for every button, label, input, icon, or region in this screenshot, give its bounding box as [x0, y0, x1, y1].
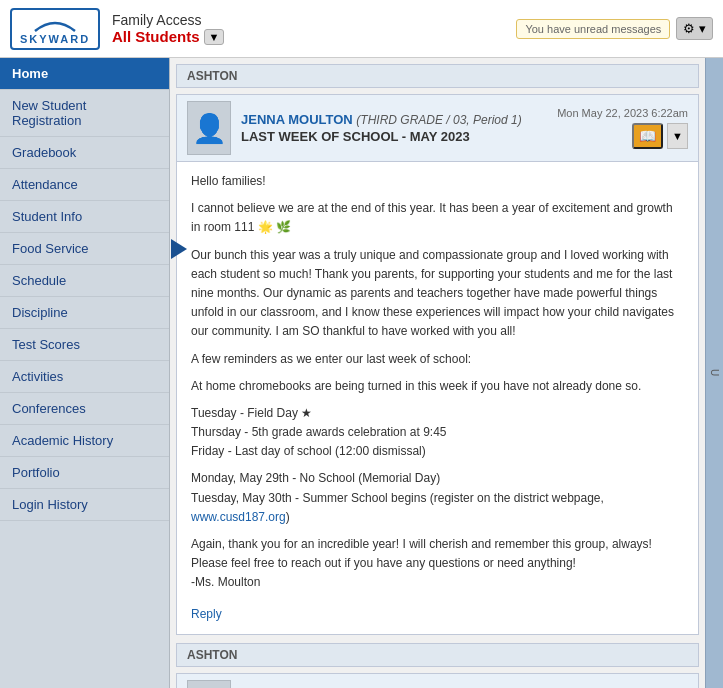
- sidebar-item-portfolio[interactable]: Portfolio: [0, 457, 169, 489]
- sidebar-item-activities[interactable]: Activities: [0, 361, 169, 393]
- message-sender-1: JENNA MOULTON (THIRD GRADE / 03, Period …: [241, 112, 547, 127]
- unread-messages-banner: You have unread messages: [516, 19, 670, 39]
- settings-gear-button[interactable]: ⚙ ▾: [676, 17, 713, 40]
- body-line-5: Tuesday - Field Day ★ Thursday - 5th gra…: [191, 404, 684, 462]
- food-service-arrow: [171, 239, 187, 259]
- book-button-1[interactable]: 📖: [632, 123, 663, 149]
- avatar-1: 👤: [187, 101, 231, 155]
- sidebar-item-discipline[interactable]: Discipline: [0, 297, 169, 329]
- sidebar-item-conferences[interactable]: Conferences: [0, 393, 169, 425]
- main-layout: Home New Student Registration Gradebook …: [0, 58, 723, 688]
- reply-link-1[interactable]: Reply: [191, 605, 222, 624]
- body-line-2: Our bunch this year was a truly unique a…: [191, 246, 684, 342]
- message-icons-1: 📖 ▼: [632, 123, 688, 149]
- logo-arc-svg: [30, 13, 80, 33]
- header-left: SKYWARD Family Access All Students ▼: [10, 8, 224, 50]
- sidebar-item-academic-history[interactable]: Academic History: [0, 425, 169, 457]
- message-date-1: Mon May 22, 2023 6:22am: [557, 107, 688, 119]
- sidebar-item-login-history[interactable]: Login History: [0, 489, 169, 521]
- body-line-1: I cannot believe we are at the end of th…: [191, 199, 684, 237]
- body-line-6: Monday, May 29th - No School (Memorial D…: [191, 469, 684, 527]
- sidebar-item-home[interactable]: Home: [0, 58, 169, 90]
- sidebar-item-test-scores[interactable]: Test Scores: [0, 329, 169, 361]
- message-card-1: 👤 JENNA MOULTON (THIRD GRADE / 03, Perio…: [176, 94, 699, 635]
- family-access-label: Family Access: [112, 12, 224, 28]
- body-line-3: A few reminders as we enter our last wee…: [191, 350, 684, 369]
- all-students-dropdown[interactable]: ▼: [204, 29, 225, 45]
- plant-emoji: 🌿: [276, 220, 291, 234]
- sidebar-item-food-service[interactable]: Food Service: [0, 233, 169, 265]
- sender-detail-1: (THIRD GRADE / 03, Period 1): [356, 113, 521, 127]
- avatar-2: 👤: [187, 680, 231, 688]
- message-actions-1: Mon May 22, 2023 6:22am 📖 ▼: [557, 107, 688, 149]
- sidebar-item-new-student-registration[interactable]: New Student Registration: [0, 90, 169, 137]
- person-icon: 👤: [192, 112, 227, 145]
- header-right: You have unread messages ⚙ ▾: [516, 17, 713, 40]
- message-card-2: 👤 JENNA MOULTON (THIRD GRADE / 03, Perio…: [176, 673, 699, 688]
- sun-emoji: 🌟: [258, 220, 273, 234]
- body-line-4: At home chromebooks are being turned in …: [191, 377, 684, 396]
- message-card-2-header: 👤 JENNA MOULTON (THIRD GRADE / 03, Perio…: [177, 674, 698, 688]
- main-content: ASHTON 👤 JENNA MOULTON (THIRD GRADE / 03…: [170, 58, 705, 688]
- header: SKYWARD Family Access All Students ▼ You…: [0, 0, 723, 58]
- body-line-0: Hello families!: [191, 172, 684, 191]
- logo-text: SKYWARD: [20, 33, 90, 45]
- sender-name-1: JENNA MOULTON: [241, 112, 353, 127]
- message-info-1: JENNA MOULTON (THIRD GRADE / 03, Period …: [241, 112, 547, 144]
- header-title: Family Access All Students ▼: [112, 12, 224, 45]
- all-students-label: All Students: [112, 28, 200, 45]
- district-link[interactable]: www.cusd187.org: [191, 510, 286, 524]
- all-students-selector[interactable]: All Students ▼: [112, 28, 224, 45]
- message-body-1: Hello families! I cannot believe we are …: [177, 162, 698, 634]
- sidebar-item-attendance[interactable]: Attendance: [0, 169, 169, 201]
- message-subject-1: LAST WEEK OF SCHOOL - MAY 2023: [241, 129, 547, 144]
- sidebar-item-gradebook[interactable]: Gradebook: [0, 137, 169, 169]
- body-line-7: Again, thank you for an incredible year!…: [191, 535, 684, 593]
- sidebar: Home New Student Registration Gradebook …: [0, 58, 170, 688]
- right-edge-tab[interactable]: U: [705, 58, 723, 688]
- section-header-2: ASHTON: [176, 643, 699, 667]
- sidebar-item-student-info[interactable]: Student Info: [0, 201, 169, 233]
- message-card-1-header: 👤 JENNA MOULTON (THIRD GRADE / 03, Perio…: [177, 95, 698, 162]
- logo-area: SKYWARD: [10, 8, 100, 50]
- collapse-button-1[interactable]: ▼: [667, 123, 688, 149]
- section-header-1: ASHTON: [176, 64, 699, 88]
- sidebar-item-schedule[interactable]: Schedule: [0, 265, 169, 297]
- skyward-logo: SKYWARD: [10, 8, 100, 50]
